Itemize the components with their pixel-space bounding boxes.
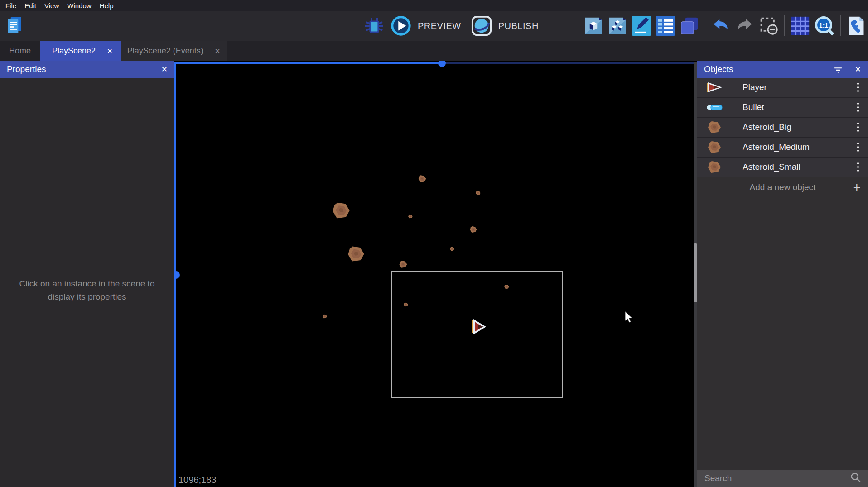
menu-edit[interactable]: Edit — [20, 2, 40, 10]
asteroid-instance[interactable] — [347, 245, 365, 263]
grid-icon[interactable] — [790, 16, 810, 36]
scene-canvas[interactable]: 1096;183 — [174, 61, 697, 487]
toolbar-separator — [840, 15, 841, 36]
object-list-item[interactable]: Asteroid_Medium — [697, 138, 868, 158]
asteroid-icon — [704, 160, 724, 174]
object-groups-icon[interactable] — [608, 16, 627, 36]
cursor-coordinates: 1096;183 — [178, 475, 216, 485]
menu-file[interactable]: File — [1, 2, 20, 10]
object-menu-button[interactable] — [855, 100, 861, 115]
publish-button[interactable]: PUBLISH — [498, 21, 539, 31]
toolbar-separator — [784, 15, 785, 36]
object-menu-button[interactable] — [855, 159, 861, 174]
zoom-1-1-icon[interactable]: 1:1 — [814, 15, 835, 36]
toolbar-separator — [705, 15, 705, 36]
main-toolbar: PREVIEW PUBLISH — [0, 11, 868, 41]
object-menu-button[interactable] — [855, 139, 861, 154]
tab-playscene2-events[interactable]: PlayScene2 (Events) ✕ — [121, 41, 227, 61]
asteroid-instance[interactable] — [476, 189, 481, 194]
close-panel-icon[interactable]: ✕ — [855, 65, 861, 74]
close-tab-icon[interactable]: ✕ — [107, 48, 113, 54]
player-instance[interactable] — [472, 319, 486, 336]
objects-panel-header: Objects ✕ — [697, 61, 868, 78]
close-tab-icon[interactable]: ✕ — [215, 48, 221, 54]
object-menu-button[interactable] — [855, 119, 861, 134]
properties-panel-header: Properties ✕ — [0, 61, 174, 78]
menu-bar: FileEditViewWindowHelp — [0, 0, 868, 11]
clear-selection-icon[interactable] — [759, 16, 779, 36]
asteroid-instance[interactable] — [470, 226, 477, 233]
resize-handle-dot[interactable] — [438, 61, 446, 67]
menu-view[interactable]: View — [40, 2, 63, 10]
scene-scrollbar-thumb[interactable] — [694, 244, 697, 302]
asteroid-instance[interactable] — [408, 212, 413, 217]
editor-tabs: Home PlayScene2 ✕ PlayScene2 (Events) ✕ — [0, 41, 868, 61]
publish-globe-icon[interactable] — [471, 15, 492, 36]
preview-button[interactable]: PREVIEW — [418, 21, 461, 31]
svg-text:1:1: 1:1 — [819, 22, 829, 29]
bullet-icon — [704, 104, 724, 111]
object-list-item[interactable]: Bullet — [697, 98, 868, 118]
scene-scrollbar[interactable] — [694, 62, 697, 487]
search-icon — [850, 472, 862, 485]
redo-icon[interactable] — [735, 16, 755, 36]
tab-playscene2[interactable]: PlayScene2 ✕ — [40, 41, 121, 61]
objects-panel-title: Objects — [704, 64, 733, 74]
project-settings-icon[interactable] — [846, 16, 866, 36]
add-object-button[interactable]: Add a new object + — [697, 177, 868, 197]
search-input[interactable] — [704, 473, 850, 484]
asteroid-icon — [704, 120, 724, 134]
undo-icon[interactable] — [711, 16, 731, 36]
asteroid-instance[interactable] — [323, 312, 327, 317]
close-panel-icon[interactable]: ✕ — [161, 65, 168, 74]
new-object-icon[interactable] — [583, 16, 603, 36]
instances-list-icon[interactable] — [656, 16, 675, 36]
mouse-cursor — [625, 311, 635, 325]
asteroid-instance[interactable] — [399, 260, 407, 268]
objects-list: Player Bullet Asteroid_Big Asteroid_Medi… — [697, 78, 868, 177]
objects-search-bar — [697, 470, 868, 487]
filter-icon[interactable] — [833, 64, 843, 74]
object-menu-button[interactable] — [855, 80, 861, 95]
debug-icon[interactable] — [363, 15, 385, 37]
properties-panel-title: Properties — [7, 64, 46, 74]
tab-home[interactable]: Home — [0, 41, 40, 61]
edit-scene-icon[interactable] — [632, 16, 651, 36]
menu-help[interactable]: Help — [96, 2, 118, 10]
object-list-item[interactable]: Player — [697, 78, 868, 98]
resize-handle-dot[interactable] — [174, 271, 180, 279]
panel-resize-border[interactable] — [442, 62, 697, 64]
plus-icon: + — [853, 181, 861, 194]
menu-window[interactable]: Window — [63, 2, 95, 10]
player-ship-icon — [704, 82, 724, 92]
asteroid-instance[interactable] — [418, 175, 426, 183]
asteroid-icon — [704, 140, 724, 154]
properties-panel: Properties ✕ Click on an instance in the… — [0, 61, 174, 487]
object-list-item[interactable]: Asteroid_Big — [697, 118, 868, 138]
asteroid-instance[interactable] — [450, 245, 454, 249]
asteroid-instance[interactable] — [332, 201, 350, 220]
layers-icon[interactable] — [680, 16, 699, 36]
project-manager-icon[interactable] — [5, 15, 24, 36]
object-list-item[interactable]: Asteroid_Small — [697, 158, 868, 177]
objects-panel: Objects ✕ Player Bullet Asteroid_Big Ast… — [697, 61, 868, 487]
panel-resize-border[interactable] — [174, 62, 442, 64]
preview-play-icon[interactable] — [391, 15, 411, 36]
properties-empty-message: Click on an instance in the scene to dis… — [19, 277, 155, 303]
